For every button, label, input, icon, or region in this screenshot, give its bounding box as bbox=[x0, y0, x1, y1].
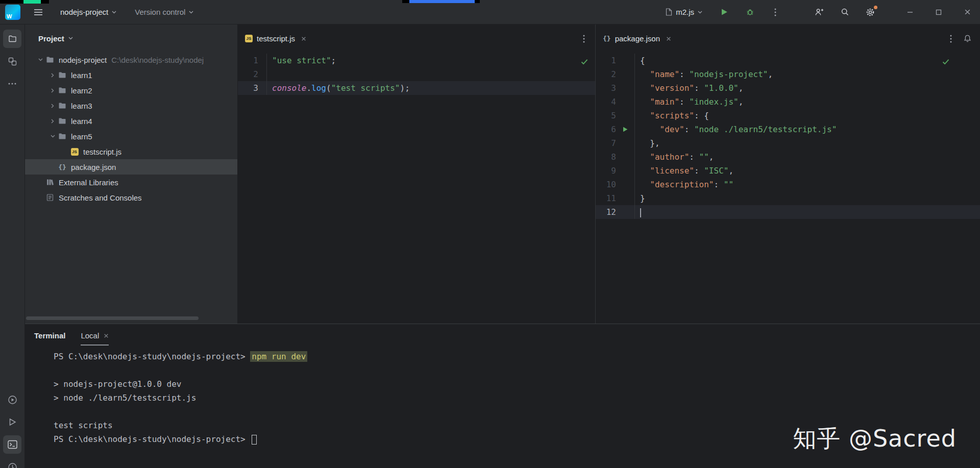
token-pun bbox=[640, 180, 650, 189]
tab-testscript-js[interactable]: JS testscript.js bbox=[245, 34, 306, 43]
main-menu-button[interactable] bbox=[31, 5, 46, 20]
chevron-expanded-icon[interactable] bbox=[47, 135, 58, 138]
code-line-5[interactable]: 5 "scripts": { bbox=[596, 109, 980, 122]
token-pun: , bbox=[768, 69, 773, 79]
token-pun: : bbox=[679, 97, 689, 107]
code-line-4[interactable]: 4 "main": "index.js", bbox=[596, 95, 980, 109]
terminal-panel-title[interactable]: Terminal bbox=[34, 331, 65, 346]
code-editor[interactable]: 1"use strict";23console.log("test script… bbox=[238, 53, 595, 324]
gutter: 9 bbox=[596, 164, 635, 178]
line-number: 11 bbox=[596, 191, 616, 205]
text-caret bbox=[640, 208, 641, 217]
tree-item-external-libraries[interactable]: External Libraries bbox=[25, 175, 237, 190]
inspections-ok-icon[interactable] bbox=[942, 55, 949, 69]
code-line-3[interactable]: 3 "version": "1.0.0", bbox=[596, 81, 980, 95]
token-pun: : bbox=[689, 152, 699, 162]
structure-toolwindow-button[interactable] bbox=[3, 52, 21, 70]
project-panel-header[interactable]: Project bbox=[25, 24, 237, 52]
tree-item-path-hint: C:\desk\nodejs-study\nodej bbox=[111, 56, 204, 64]
vcs-widget-label: Version control bbox=[135, 8, 185, 16]
code-text: "main": "index.js", bbox=[635, 95, 743, 109]
code-line-12[interactable]: 12 bbox=[596, 205, 980, 219]
run-script-gutter-icon[interactable] bbox=[616, 122, 634, 136]
token-pun: ; bbox=[405, 83, 410, 93]
settings-button[interactable] bbox=[863, 5, 878, 20]
tree-item-learn4[interactable]: learn4 bbox=[25, 113, 237, 129]
vcs-widget[interactable]: Version control bbox=[131, 5, 198, 19]
run-icon bbox=[721, 8, 728, 16]
maximize-button[interactable] bbox=[931, 5, 946, 20]
token-pun bbox=[640, 97, 650, 107]
chevron-collapsed-icon[interactable] bbox=[47, 104, 58, 108]
gutter: 7 bbox=[596, 136, 635, 150]
chevron-collapsed-icon[interactable] bbox=[47, 119, 58, 124]
more-toolwindows-button[interactable] bbox=[3, 75, 21, 93]
tree-item-nodejs-project[interactable]: nodejs-projectC:\desk\nodejs-study\nodej bbox=[25, 52, 237, 67]
code-line-2[interactable]: 2 bbox=[238, 67, 595, 81]
debug-button[interactable] bbox=[742, 5, 757, 20]
code-line-1[interactable]: 1{ bbox=[596, 54, 980, 67]
code-line-1[interactable]: 1"use strict"; bbox=[238, 54, 595, 67]
search-everywhere-button[interactable] bbox=[837, 5, 852, 20]
terminal-tab-local[interactable]: Local bbox=[81, 331, 109, 346]
run-configuration-selector[interactable]: m2.js bbox=[662, 5, 706, 19]
line-number: 8 bbox=[596, 150, 616, 164]
minimize-button[interactable] bbox=[902, 5, 918, 20]
tree-item-learn3[interactable]: learn3 bbox=[25, 98, 237, 113]
gutter-spacer bbox=[616, 67, 634, 81]
code-line-7[interactable]: 7 }, bbox=[596, 136, 980, 150]
tree-item-learn1[interactable]: learn1 bbox=[25, 67, 237, 83]
code-editor[interactable]: 1{2 "name": "nodejs-project",3 "version"… bbox=[596, 53, 980, 324]
tree-item-label: learn1 bbox=[71, 71, 92, 80]
token-pun bbox=[640, 166, 650, 176]
code-line-2[interactable]: 2 "name": "nodejs-project", bbox=[596, 67, 980, 81]
code-line-11[interactable]: 11} bbox=[596, 191, 980, 205]
structure-icon bbox=[8, 57, 17, 66]
close-tab-button[interactable] bbox=[666, 36, 671, 41]
tree-item-learn5[interactable]: learn5 bbox=[25, 129, 237, 144]
chevron-down-icon bbox=[112, 11, 116, 14]
tree-item-learn2[interactable]: learn2 bbox=[25, 83, 237, 98]
close-terminal-tab-button[interactable] bbox=[104, 331, 109, 340]
inspections-ok-icon[interactable] bbox=[581, 55, 588, 69]
code-line-8[interactable]: 8 "author": "", bbox=[596, 150, 980, 164]
more-actions-button[interactable] bbox=[768, 5, 783, 20]
history-toolwindow-button[interactable] bbox=[3, 458, 21, 468]
code-line-10[interactable]: 10 "description": "" bbox=[596, 178, 980, 191]
services-toolwindow-button[interactable] bbox=[3, 390, 21, 409]
screen-artifact bbox=[23, 0, 41, 4]
chevron-collapsed-icon[interactable] bbox=[47, 88, 58, 93]
ide-window: W nodejs-project Version control m2.js bbox=[0, 0, 980, 468]
notifications-button[interactable] bbox=[963, 34, 972, 43]
bug-icon bbox=[746, 8, 754, 16]
run-button[interactable] bbox=[717, 5, 732, 20]
token-pun: : bbox=[694, 111, 704, 120]
tree-item-testscript-js[interactable]: JStestscript.js bbox=[25, 144, 237, 159]
code-line-6[interactable]: 6 "dev": "node ./learn5/testscript.js" bbox=[596, 122, 980, 136]
code-line-3[interactable]: 3console.log("test scripts"); bbox=[238, 81, 595, 95]
run-toolwindow-button[interactable] bbox=[3, 413, 21, 431]
tree-item-scratches-and-consoles[interactable]: Scratches and Consoles bbox=[25, 190, 237, 205]
gutter: 2 bbox=[238, 67, 267, 81]
chevron-collapsed-icon[interactable] bbox=[47, 73, 58, 78]
token-key: "version" bbox=[650, 83, 694, 93]
close-window-button[interactable] bbox=[960, 5, 975, 20]
token-str: "1.0.0" bbox=[704, 83, 738, 93]
code-text bbox=[635, 205, 641, 219]
code-line-9[interactable]: 9 "license": "ISC", bbox=[596, 164, 980, 178]
token-obj: console bbox=[272, 83, 306, 93]
gear-icon bbox=[866, 8, 875, 17]
horizontal-scrollbar[interactable] bbox=[26, 316, 199, 320]
terminal-text: test scripts bbox=[54, 421, 113, 430]
editor-options-button[interactable] bbox=[580, 35, 588, 43]
chevron-expanded-icon[interactable] bbox=[35, 58, 45, 61]
tab-package-json[interactable]: {} package.json bbox=[603, 34, 671, 43]
project-selector[interactable]: nodejs-project bbox=[56, 5, 120, 19]
close-tab-button[interactable] bbox=[301, 36, 306, 41]
editor-options-button[interactable] bbox=[947, 35, 955, 43]
code-with-me-button[interactable] bbox=[812, 5, 827, 20]
project-toolwindow-button[interactable] bbox=[3, 30, 21, 48]
terminal-toolwindow-button[interactable] bbox=[3, 435, 21, 454]
tree-item-package-json[interactable]: {}package.json bbox=[25, 159, 237, 175]
token-pun bbox=[640, 69, 650, 79]
